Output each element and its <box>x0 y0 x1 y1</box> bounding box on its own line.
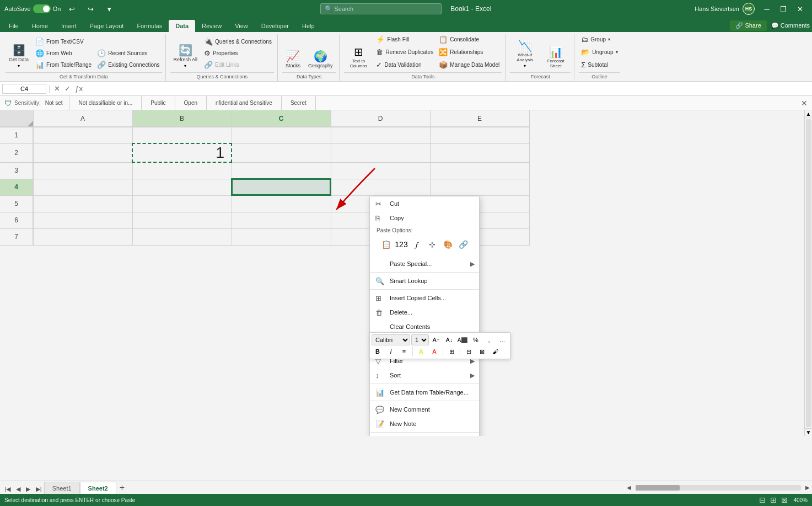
remove-duplicates-button[interactable]: 🗑 Remove Duplicates <box>374 47 435 57</box>
sensitivity-close-icon[interactable]: ✕ <box>801 99 808 108</box>
tab-developer[interactable]: Developer <box>255 20 295 32</box>
cell-c1[interactable] <box>232 127 331 143</box>
scroll-left-icon[interactable]: ◀ <box>627 484 631 491</box>
sens-opt-secret[interactable]: Secret <box>282 96 316 110</box>
cell-a4[interactable] <box>33 179 132 195</box>
ctx-insert-copied[interactable]: ⊞ Insert Copied Cells... <box>370 291 479 305</box>
align-button[interactable]: ≡ <box>398 346 410 357</box>
ctx-delete[interactable]: 🗑 Delete... <box>370 305 479 319</box>
cell-b2[interactable]: 1 <box>132 143 232 162</box>
cell-a1[interactable] <box>33 127 132 143</box>
sheet-tab-1[interactable]: Sheet1 <box>44 482 80 494</box>
scroll-right-icon[interactable]: ▶ <box>805 484 810 491</box>
restore-button[interactable]: ❐ <box>776 2 791 15</box>
data-validation-button[interactable]: ✓ Data Validation <box>374 60 435 70</box>
font-color-button[interactable]: A <box>428 346 440 357</box>
cell-d4[interactable] <box>331 179 430 195</box>
page-break-view-button[interactable]: ⊠ <box>780 494 789 505</box>
format-btn2[interactable]: ⊠ <box>476 346 488 357</box>
cell-b5[interactable] <box>132 195 232 212</box>
col-header-a[interactable]: A <box>33 110 132 127</box>
first-sheet-button[interactable]: |◀ <box>2 484 13 494</box>
borders-button[interactable]: ⊞ <box>445 346 458 357</box>
undo-button[interactable]: ↩ <box>64 2 79 15</box>
paint-button[interactable]: 🖌 <box>489 346 501 357</box>
edit-links-button[interactable]: 🔗 Edit Links <box>202 60 274 70</box>
add-sheet-button[interactable]: + <box>116 482 128 494</box>
cell-e1[interactable] <box>430 127 529 143</box>
merge-button[interactable]: ⊟ <box>463 346 475 357</box>
cell-b7[interactable] <box>132 228 232 245</box>
row-header-6[interactable]: 6 <box>0 212 33 228</box>
row-header-1[interactable]: 1 <box>0 127 33 143</box>
italic-button[interactable]: I <box>385 346 397 357</box>
row-header-2[interactable]: 2 <box>0 143 33 162</box>
cell-e2[interactable] <box>430 143 529 162</box>
relationships-button[interactable]: 🔀 Relationships <box>437 47 502 57</box>
ungroup-button[interactable]: 📂 Ungroup ▾ <box>579 47 620 57</box>
cell-c5[interactable] <box>232 195 331 212</box>
sens-opt-not-classifiable[interactable]: Not classifiable or in... <box>69 96 142 110</box>
horizontal-scrollbar[interactable]: ◀ ▶ <box>627 481 810 494</box>
sheet-tab-2[interactable]: Sheet2 <box>80 482 116 494</box>
manage-model-button[interactable]: 📦 Manage Data Model <box>437 60 502 70</box>
insert-function-icon[interactable]: ƒx <box>74 84 84 93</box>
recent-sources-button[interactable]: 🕒 Recent Sources <box>95 48 162 58</box>
geography-button[interactable]: 🌍 Geography <box>305 49 336 70</box>
comma-button[interactable]: , <box>483 334 495 345</box>
ctx-copy[interactable]: ⎘ Copy <box>370 211 479 225</box>
cell-c3[interactable] <box>232 162 331 179</box>
cell-b3[interactable] <box>132 162 232 179</box>
page-layout-view-button[interactable]: ⊞ <box>769 494 778 505</box>
ctx-cut[interactable]: ✂ Cut <box>370 196 479 211</box>
col-header-e[interactable]: E <box>430 110 529 127</box>
what-if-button[interactable]: 📉 What-If Analysis ▾ <box>510 39 540 70</box>
bold-button[interactable]: B <box>372 346 384 357</box>
from-table-button[interactable]: 📊 From Table/Range <box>33 60 94 70</box>
comments-button[interactable]: 💬 Comments <box>771 22 810 29</box>
close-button[interactable]: ✕ <box>792 2 808 15</box>
paste-btn-3[interactable]: 𝑓 <box>410 237 424 252</box>
cell-c4[interactable] <box>232 179 331 195</box>
row-header-4[interactable]: 4 <box>0 179 33 195</box>
cell-b6[interactable] <box>132 212 232 228</box>
normal-view-button[interactable]: ⊟ <box>758 494 767 505</box>
ctx-new-note[interactable]: 📝 New Note <box>370 417 479 431</box>
redo-button[interactable]: ↪ <box>83 2 98 15</box>
ctx-new-comment[interactable]: 💬 New Comment <box>370 402 479 417</box>
tab-view[interactable]: View <box>228 20 255 32</box>
ctx-get-data-table[interactable]: 📊 Get Data from Table/Range... <box>370 385 479 400</box>
ctx-smart-lookup[interactable]: 🔍 Smart Lookup <box>370 274 479 288</box>
quick-access-dropdown[interactable]: ▾ <box>101 2 117 15</box>
subtotal-button[interactable]: Σ Subtotal <box>579 60 620 70</box>
last-sheet-button[interactable]: ▶| <box>34 484 44 494</box>
vertical-scrollbar[interactable]: ▲ ▼ <box>804 110 812 436</box>
col-header-b[interactable]: B <box>132 110 232 127</box>
sens-opt-open[interactable]: Open <box>175 96 207 110</box>
existing-connections-button[interactable]: 🔗 Existing Connections <box>95 60 162 70</box>
cell-b1[interactable] <box>132 127 232 143</box>
cell-d3[interactable] <box>331 162 430 179</box>
flash-fill-button[interactable]: ⚡ Flash Fill <box>374 34 435 45</box>
col-header-d[interactable]: D <box>331 110 430 127</box>
autosave-toggle[interactable] <box>33 4 51 13</box>
from-web-button[interactable]: 🌐 From Web <box>33 48 94 58</box>
minimize-button[interactable]: ─ <box>759 2 775 15</box>
sens-opt-confidential[interactable]: nfidential and Sensitive <box>207 96 282 110</box>
font-size-select[interactable]: 11 <box>411 334 429 345</box>
cell-c2[interactable] <box>232 143 331 162</box>
scroll-up-button[interactable]: ▲ <box>805 110 813 118</box>
cancel-formula-icon[interactable]: ✕ <box>53 84 61 93</box>
cell-reference-box[interactable] <box>2 84 46 94</box>
row-header-3[interactable]: 3 <box>0 162 33 179</box>
paste-btn-1[interactable]: 📋 <box>379 237 393 252</box>
search-input[interactable] <box>320 3 442 14</box>
queries-connections-button[interactable]: 🔌 Queries & Connections <box>202 36 274 47</box>
cell-c7[interactable] <box>232 228 331 245</box>
cell-e3[interactable] <box>430 162 529 179</box>
tab-review[interactable]: Review <box>195 20 228 32</box>
cell-a5[interactable] <box>33 195 132 212</box>
font-family-select[interactable]: Calibri <box>372 334 410 345</box>
cell-b4[interactable] <box>132 179 232 195</box>
percent-button[interactable]: % <box>470 334 482 345</box>
